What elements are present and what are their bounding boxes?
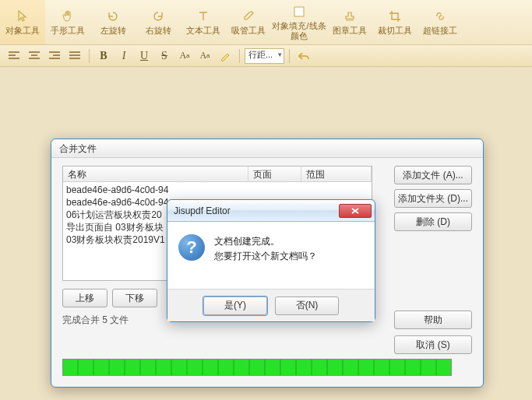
- underline-button[interactable]: U: [135, 47, 153, 65]
- cursor-icon: [15, 9, 30, 24]
- column-name[interactable]: 名称: [63, 167, 248, 181]
- tool-rotate-right[interactable]: 右旋转: [136, 0, 181, 44]
- yes-button[interactable]: 是(Y): [203, 296, 267, 315]
- superscript-button[interactable]: Aa: [175, 47, 194, 65]
- no-button[interactable]: 否(N): [275, 296, 339, 315]
- strikethrough-button[interactable]: S: [155, 47, 174, 65]
- align-justify-button[interactable]: [65, 47, 84, 65]
- eyedropper-icon: [241, 9, 256, 24]
- link-icon: [432, 9, 448, 24]
- align-left-button[interactable]: [5, 47, 23, 65]
- bold-button[interactable]: B: [94, 47, 113, 65]
- column-range[interactable]: 范围: [301, 167, 372, 181]
- crop-icon: [387, 9, 403, 24]
- tool-object[interactable]: 对象工具: [0, 0, 45, 44]
- message-titlebar[interactable]: Jisupdf Editor: [167, 200, 375, 222]
- undo-button[interactable]: [294, 47, 313, 65]
- align-center-button[interactable]: [25, 47, 44, 65]
- tool-eyedropper[interactable]: 吸管工具: [226, 0, 271, 44]
- italic-button[interactable]: I: [115, 47, 133, 65]
- line-spacing-combo[interactable]: 行距...: [245, 48, 284, 64]
- confirm-open-dialog: Jisupdf Editor ? 文档创建完成。 您要打开这个新文档吗？ 是(Y…: [167, 199, 375, 322]
- move-up-button[interactable]: 上移: [62, 289, 107, 307]
- close-icon: [351, 208, 359, 214]
- delete-button[interactable]: 删除 (D): [394, 212, 472, 231]
- subscript-button[interactable]: Aa: [196, 47, 214, 65]
- tool-hyperlink[interactable]: 超链接工: [417, 0, 463, 44]
- add-file-button[interactable]: 添加文件 (A)...: [394, 166, 472, 184]
- tool-fill-stroke-color[interactable]: 对象填充/线条颜色: [271, 0, 327, 44]
- message-title: Jisupdf Editor: [174, 205, 334, 216]
- highlight-button[interactable]: [216, 47, 234, 65]
- add-folder-button[interactable]: 添加文件夹 (D)...: [394, 189, 472, 208]
- ribbon-toolbar: 对象工具 手形工具 左旋转 右旋转 文本工具 吸管工具 对象填充/线条颜色 图章…: [0, 0, 532, 45]
- file-row[interactable]: beade46e-a9d6-4c0d-94: [66, 184, 368, 196]
- rotate-right-icon: [150, 9, 166, 24]
- column-page[interactable]: 页面: [248, 167, 301, 181]
- help-button[interactable]: 帮助: [394, 311, 472, 329]
- align-right-button[interactable]: [45, 47, 64, 65]
- tool-rotate-left[interactable]: 左旋转: [90, 0, 136, 44]
- merge-status-text: 完成合并 5 文件: [62, 314, 129, 327]
- tool-hand[interactable]: 手形工具: [45, 0, 90, 44]
- hand-icon: [60, 9, 76, 24]
- rotate-left-icon: [105, 9, 121, 24]
- tool-text[interactable]: 文本工具: [181, 0, 226, 44]
- tool-crop[interactable]: 裁切工具: [372, 0, 417, 44]
- merge-dialog-title: 合并文件: [51, 139, 483, 158]
- move-down-button[interactable]: 下移: [112, 289, 157, 307]
- progress-fill: [63, 360, 451, 375]
- merge-progress-bar: [62, 359, 452, 376]
- message-text: 文档创建完成。 您要打开这个新文档吗？: [214, 234, 317, 281]
- text-icon: [196, 9, 211, 24]
- tool-stamp[interactable]: 图章工具: [327, 0, 372, 44]
- svg-rect-0: [294, 7, 304, 16]
- cancel-button[interactable]: 取消 (S): [394, 335, 472, 354]
- format-toolbar: B I U S Aa Aa 行距...: [0, 45, 532, 67]
- close-button[interactable]: [339, 204, 372, 218]
- file-list-header: 名称 页面 范围: [63, 167, 372, 182]
- fill-color-icon: [291, 4, 307, 19]
- stamp-icon: [342, 9, 358, 24]
- question-icon: ?: [178, 234, 205, 261]
